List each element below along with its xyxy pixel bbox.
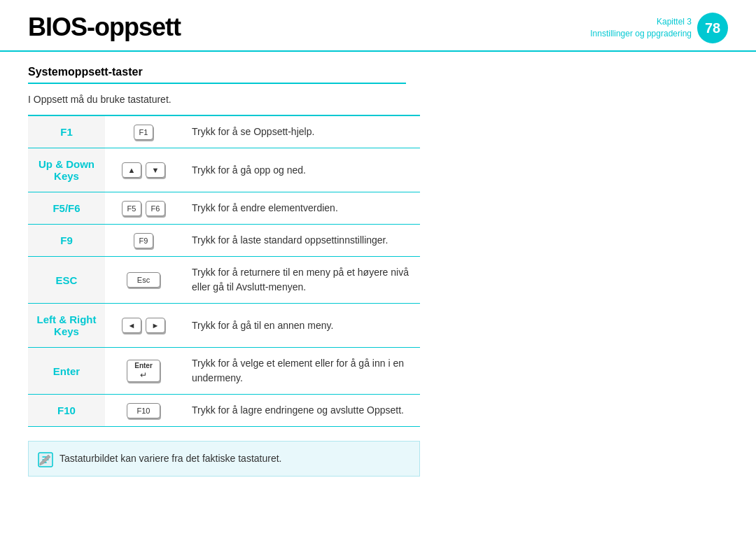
key-desc-cell: Trykk for å se Oppsett-hjelp. xyxy=(182,115,420,148)
intro-text: I Oppsett må du bruke tastaturet. xyxy=(28,94,728,105)
key-button: F6 xyxy=(146,201,165,216)
key-name-cell: F1 xyxy=(28,115,105,148)
section-title: Systemoppsett-taster xyxy=(28,66,406,84)
key-name-cell: F9 xyxy=(28,225,105,257)
key-image-cell: F9 xyxy=(105,225,182,257)
key-image-cell: ▲▼ xyxy=(105,148,182,192)
key-desc-cell: Trykk for å endre elementverdien. xyxy=(182,192,420,225)
key-desc-cell: Trykk for å velge et element eller for å… xyxy=(182,348,420,395)
table-row: ESCEscTrykk for å returnere til en meny … xyxy=(28,257,420,304)
key-image-cell: F1 xyxy=(105,115,182,148)
key-button: Esc xyxy=(127,272,160,288)
page-header: BIOS-oppsett Kapittel 3 Innstillinger og… xyxy=(0,0,756,52)
key-name-cell: Left & RightKeys xyxy=(28,304,105,348)
key-name-cell: ESC xyxy=(28,257,105,304)
key-name-cell: F5/F6 xyxy=(28,192,105,225)
key-image-cell: Enter↵ xyxy=(105,348,182,395)
chapter-info: Kapittel 3 Innstillinger og ppgradering … xyxy=(590,13,728,43)
table-row: F9F9Trykk for å laste standard oppsettin… xyxy=(28,225,420,257)
table-row: Left & RightKeys◄►Trykk for å gå til en … xyxy=(28,304,420,348)
key-desc-cell: Trykk for å gå til en annen meny. xyxy=(182,304,420,348)
key-desc-cell: Trykk for å gå opp og ned. xyxy=(182,148,420,192)
key-image-cell: ◄► xyxy=(105,304,182,348)
key-button: F5 xyxy=(122,201,141,216)
key-image-cell: Esc xyxy=(105,257,182,304)
key-desc-cell: Trykk for å lagre endringene og avslutte… xyxy=(182,395,420,427)
table-row: F5/F6F5F6Trykk for å endre elementverdie… xyxy=(28,192,420,225)
note-icon xyxy=(37,451,54,468)
key-button: ◄ xyxy=(122,318,141,333)
key-name-cell: Up & DownKeys xyxy=(28,148,105,192)
key-button: ▼ xyxy=(146,162,165,178)
key-button: ► xyxy=(146,318,165,333)
key-button: ▲ xyxy=(122,162,141,178)
table-row: Up & DownKeys▲▼Trykk for å gå opp og ned… xyxy=(28,148,420,192)
key-image-cell: F5F6 xyxy=(105,192,182,225)
key-button: F9 xyxy=(134,233,153,248)
table-row: F1F1Trykk for å se Oppsett-hjelp. xyxy=(28,115,420,148)
key-button: F10 xyxy=(127,403,160,418)
key-name-cell: F10 xyxy=(28,395,105,427)
key-desc-cell: Trykk for å laste standard oppsettinnsti… xyxy=(182,225,420,257)
table-row: EnterEnter↵Trykk for å velge et element … xyxy=(28,348,420,395)
keys-table: F1F1Trykk for å se Oppsett-hjelp.Up & Do… xyxy=(28,115,420,427)
chapter-text: Kapittel 3 Innstillinger og ppgradering xyxy=(590,16,692,40)
main-content: Systemoppsett-taster I Oppsett må du bru… xyxy=(0,52,756,491)
note-text: Tastaturbildet kan variere fra det fakti… xyxy=(59,453,282,464)
table-row: F10F10Trykk for å lagre endringene og av… xyxy=(28,395,420,427)
chapter-line1: Kapittel 3 xyxy=(590,16,692,28)
page-title: BIOS-oppsett xyxy=(28,13,181,42)
key-desc-cell: Trykk for å returnere til en meny på et … xyxy=(182,257,420,304)
key-name-cell: Enter xyxy=(28,348,105,395)
chapter-line2: Innstillinger og ppgradering xyxy=(590,28,692,40)
page-badge: 78 xyxy=(697,13,728,43)
key-button: Enter↵ xyxy=(127,360,160,382)
key-button: F1 xyxy=(134,125,153,140)
key-image-cell: F10 xyxy=(105,395,182,427)
note-box: Tastaturbildet kan variere fra det fakti… xyxy=(28,441,420,477)
